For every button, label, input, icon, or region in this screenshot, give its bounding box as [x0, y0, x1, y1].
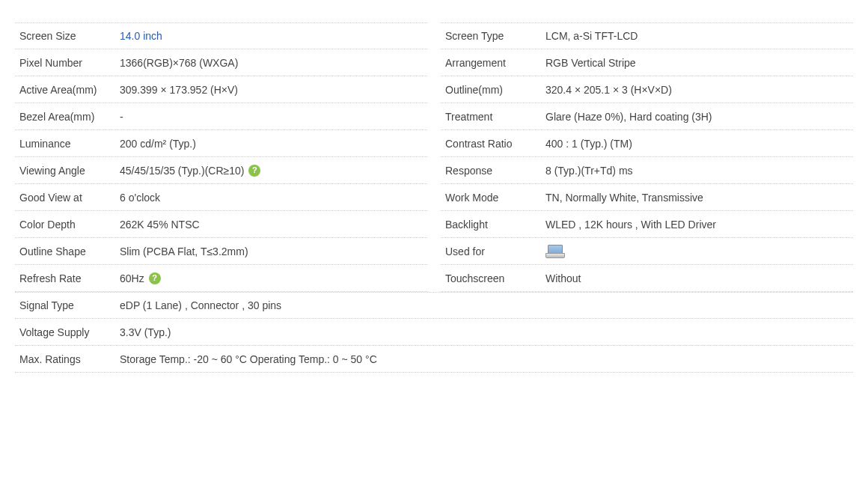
spec-value-text: 14.0 inch — [120, 30, 162, 42]
spec-label: Bezel Area(mm) — [15, 111, 120, 123]
spec-row: Bezel Area(mm)- — [15, 103, 427, 130]
spec-value-text: Without — [545, 272, 581, 284]
laptop-icon — [545, 245, 563, 258]
spec-row: Screen TypeLCM, a-Si TFT-LCD — [441, 22, 853, 49]
spec-row: Max. RatingsStorage Temp.: -20 ~ 60 °C O… — [15, 346, 853, 373]
spec-value: 262K 45% NTSC — [120, 219, 427, 231]
spec-label: Active Area(mm) — [15, 84, 120, 96]
spec-value: 320.4 × 205.1 × 3 (H×V×D) — [545, 84, 853, 96]
spec-value: - — [120, 111, 427, 123]
spec-value: 1366(RGB)×768 (WXGA) — [120, 57, 427, 69]
spec-value: 400 : 1 (Typ.) (TM) — [545, 138, 853, 150]
spec-value-text: 8 (Typ.)(Tr+Td) ms — [545, 165, 633, 177]
help-icon[interactable]: ? — [149, 272, 161, 284]
spec-value-text: 309.399 × 173.952 (H×V) — [120, 84, 238, 96]
spec-value: Without — [545, 272, 853, 284]
spec-value: 60Hz? — [120, 272, 427, 284]
spec-bottom: Signal TypeeDP (1 Lane) , Connector , 30… — [15, 292, 853, 373]
spec-row: TreatmentGlare (Haze 0%), Hard coating (… — [441, 103, 853, 130]
spec-row: Good View at6 o'clock — [15, 184, 427, 211]
spec-row: Screen Size14.0 inch — [15, 22, 427, 49]
spec-value-text: 262K 45% NTSC — [120, 219, 200, 231]
spec-value-text: eDP (1 Lane) , Connector , 30 pins — [120, 299, 281, 311]
spec-label: Touchscreen — [441, 272, 545, 284]
spec-value: WLED , 12K hours , With LED Driver — [545, 219, 853, 231]
spec-label: Good View at — [15, 192, 120, 204]
spec-label: Luminance — [15, 138, 120, 150]
spec-value-text: 1366(RGB)×768 (WXGA) — [120, 57, 238, 69]
spec-row: ArrangementRGB Vertical Stripe — [441, 49, 853, 76]
spec-label: Used for — [441, 245, 545, 257]
spec-label: Screen Size — [15, 30, 120, 42]
spec-value-text: Storage Temp.: -20 ~ 60 °C Operating Tem… — [120, 353, 377, 365]
spec-label: Contrast Ratio — [441, 138, 545, 150]
spec-value-text: Glare (Haze 0%), Hard coating (3H) — [545, 111, 712, 123]
spec-value-text: 320.4 × 205.1 × 3 (H×V×D) — [545, 84, 672, 96]
spec-row: Response8 (Typ.)(Tr+Td) ms — [441, 157, 853, 184]
spec-value[interactable]: 14.0 inch — [120, 30, 427, 42]
spec-row: Refresh Rate60Hz? — [15, 265, 427, 292]
spec-value-text: RGB Vertical Stripe — [545, 57, 636, 69]
spec-value-text: 6 o'clock — [120, 192, 160, 204]
spec-row: Viewing Angle45/45/15/35 (Typ.)(CR≥10)? — [15, 157, 427, 184]
spec-value: RGB Vertical Stripe — [545, 57, 853, 69]
spec-value — [545, 245, 853, 258]
spec-value-text: 60Hz — [120, 272, 144, 284]
spec-label: Arrangement — [441, 57, 545, 69]
spec-value-text: 3.3V (Typ.) — [120, 326, 171, 338]
spec-label: Work Mode — [441, 192, 545, 204]
spec-label: Screen Type — [441, 30, 545, 42]
spec-label: Pixel Number — [15, 57, 120, 69]
spec-value: Glare (Haze 0%), Hard coating (3H) — [545, 111, 853, 123]
spec-row: Contrast Ratio400 : 1 (Typ.) (TM) — [441, 130, 853, 157]
spec-value: Slim (PCBA Flat, T≤3.2mm) — [120, 245, 427, 257]
spec-value-text: 200 cd/m² (Typ.) — [120, 138, 196, 150]
spec-value-text: TN, Normally White, Transmissive — [545, 192, 703, 204]
spec-label: Response — [441, 165, 545, 177]
spec-row: Color Depth262K 45% NTSC — [15, 211, 427, 238]
spec-label: Signal Type — [15, 299, 120, 311]
spec-column-right: Screen TypeLCM, a-Si TFT-LCDArrangementR… — [441, 22, 853, 292]
spec-value-text: - — [120, 111, 123, 123]
spec-value: 309.399 × 173.952 (H×V) — [120, 84, 427, 96]
spec-value: TN, Normally White, Transmissive — [545, 192, 853, 204]
spec-label: Backlight — [441, 219, 545, 231]
spec-value-text: Slim (PCBA Flat, T≤3.2mm) — [120, 245, 248, 257]
spec-value-text: LCM, a-Si TFT-LCD — [545, 30, 638, 42]
spec-label: Color Depth — [15, 219, 120, 231]
spec-value-text: WLED , 12K hours , With LED Driver — [545, 219, 716, 231]
spec-value: 8 (Typ.)(Tr+Td) ms — [545, 165, 853, 177]
spec-value: Storage Temp.: -20 ~ 60 °C Operating Tem… — [120, 353, 853, 365]
spec-row: Signal TypeeDP (1 Lane) , Connector , 30… — [15, 292, 853, 319]
spec-row: TouchscreenWithout — [441, 265, 853, 292]
help-icon[interactable]: ? — [248, 165, 260, 177]
spec-row: Used for — [441, 238, 853, 265]
spec-label: Outline Shape — [15, 245, 120, 257]
spec-row: Luminance200 cd/m² (Typ.) — [15, 130, 427, 157]
spec-label: Outline(mm) — [441, 84, 545, 96]
spec-label: Viewing Angle — [15, 165, 120, 177]
spec-label: Treatment — [441, 111, 545, 123]
spec-label: Voltage Supply — [15, 326, 120, 338]
spec-row: Pixel Number1366(RGB)×768 (WXGA) — [15, 49, 427, 76]
spec-value: 3.3V (Typ.) — [120, 326, 853, 338]
spec-label: Refresh Rate — [15, 272, 120, 284]
spec-value: eDP (1 Lane) , Connector , 30 pins — [120, 299, 853, 311]
spec-table: Screen Size14.0 inchPixel Number1366(RGB… — [15, 22, 853, 292]
spec-row: BacklightWLED , 12K hours , With LED Dri… — [441, 211, 853, 238]
spec-value-text: 45/45/15/35 (Typ.)(CR≥10) — [120, 165, 244, 177]
spec-row: Outline(mm)320.4 × 205.1 × 3 (H×V×D) — [441, 76, 853, 103]
spec-value: LCM, a-Si TFT-LCD — [545, 30, 853, 42]
spec-row: Outline ShapeSlim (PCBA Flat, T≤3.2mm) — [15, 238, 427, 265]
spec-value: 45/45/15/35 (Typ.)(CR≥10)? — [120, 165, 427, 177]
spec-value: 200 cd/m² (Typ.) — [120, 138, 427, 150]
spec-row: Active Area(mm)309.399 × 173.952 (H×V) — [15, 76, 427, 103]
spec-column-left: Screen Size14.0 inchPixel Number1366(RGB… — [15, 22, 427, 292]
spec-value: 6 o'clock — [120, 192, 427, 204]
spec-row: Work ModeTN, Normally White, Transmissiv… — [441, 184, 853, 211]
spec-row: Voltage Supply3.3V (Typ.) — [15, 319, 853, 346]
spec-label: Max. Ratings — [15, 353, 120, 365]
spec-value-text: 400 : 1 (Typ.) (TM) — [545, 138, 632, 150]
